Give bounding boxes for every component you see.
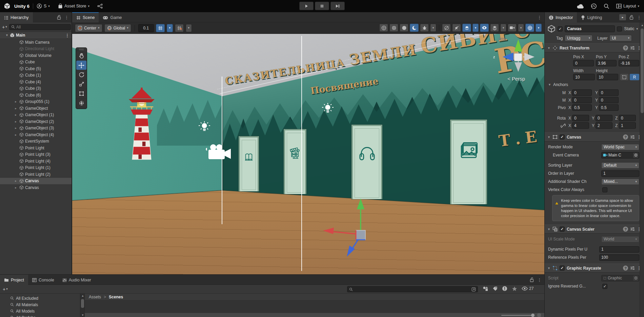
door-book[interactable] bbox=[239, 136, 259, 191]
hierarchy-item-cube-6[interactable]: Cube (6) bbox=[0, 92, 72, 99]
view-tool-button[interactable] bbox=[76, 51, 86, 60]
scene-camera-dropdown[interactable]: ▾ bbox=[518, 24, 524, 32]
static-dropdown-icon[interactable]: ▾ bbox=[636, 27, 638, 30]
grip-icon[interactable] bbox=[537, 313, 541, 317]
shading-wireframe-button[interactable] bbox=[379, 24, 388, 32]
scene-gizmos-button[interactable] bbox=[525, 24, 534, 32]
additional-shader-dropdown[interactable]: Mixed...▾ bbox=[601, 178, 639, 185]
component-enabled-checkbox[interactable]: ✓ bbox=[560, 227, 565, 232]
rotate-tool-button[interactable] bbox=[76, 70, 86, 79]
snap-increment-field[interactable]: 0.1 bbox=[138, 24, 154, 32]
scene-effects-button[interactable] bbox=[420, 24, 429, 32]
scene-2d-toggle[interactable] bbox=[442, 24, 451, 32]
presets-icon[interactable] bbox=[630, 135, 635, 139]
create-button[interactable]: +▾ bbox=[2, 24, 7, 30]
expand-arrow-icon[interactable]: ▸ bbox=[14, 126, 18, 130]
hierarchy-item-group055-1[interactable]: ▸Group055 (1) bbox=[0, 99, 72, 105]
object-picker-icon[interactable] bbox=[633, 153, 638, 158]
favorites-star-icon[interactable] bbox=[512, 286, 517, 291]
rotation-z-field[interactable]: 0 bbox=[619, 115, 636, 121]
constrain-proportions-icon[interactable] bbox=[545, 123, 566, 128]
rect-tool-button[interactable] bbox=[76, 89, 86, 98]
favorite-all-models[interactable]: All Models bbox=[0, 308, 80, 314]
pos-z-field[interactable]: -9.16 bbox=[619, 60, 639, 66]
tool-orientation-dropdown[interactable]: Global▾ bbox=[104, 24, 131, 32]
active-checkbox[interactable]: ✓ bbox=[558, 26, 563, 31]
gameobject-name-field[interactable]: Canvas bbox=[565, 25, 615, 32]
help-icon[interactable]: ? bbox=[623, 227, 628, 232]
scene-orientation-gizmo[interactable] bbox=[498, 37, 539, 77]
help-icon[interactable]: ? bbox=[623, 134, 628, 140]
scene-gizmos-dropdown[interactable]: ▾ bbox=[536, 24, 542, 32]
hierarchy-item-cube-4[interactable]: Cube (4) bbox=[0, 79, 72, 85]
scene-row-main[interactable]: ▼ Main ⋮ bbox=[0, 32, 72, 39]
tab-console[interactable]: Console bbox=[28, 275, 58, 285]
sorting-layer-dropdown[interactable]: Default▾ bbox=[601, 162, 639, 169]
expand-arrow-icon[interactable]: ▸ bbox=[14, 133, 18, 136]
visibility-count[interactable]: 27 bbox=[522, 286, 534, 291]
tab-list-arrow[interactable]: ▸ bbox=[619, 14, 626, 20]
pos-y-field[interactable]: 3.96 bbox=[596, 60, 617, 66]
hierarchy-item-gameobject-3[interactable]: ▸GameObject (3) bbox=[0, 125, 72, 132]
expand-arrow-icon[interactable]: ▸ bbox=[14, 120, 18, 123]
lighthouse-painting[interactable] bbox=[122, 87, 161, 160]
favorite-all-materials[interactable]: All Materials bbox=[0, 301, 80, 308]
search-icon[interactable] bbox=[604, 3, 609, 9]
point-light-gizmo[interactable] bbox=[198, 121, 210, 133]
palette-drag-handle[interactable] bbox=[76, 48, 87, 51]
tab-hierarchy[interactable]: Hierarchy bbox=[0, 12, 33, 22]
width-field[interactable]: 10 bbox=[573, 74, 595, 80]
account-menu[interactable]: S ▾ bbox=[37, 3, 50, 9]
tool-handle-dropdown[interactable]: Center▾ bbox=[75, 24, 102, 32]
panel-menu-icon[interactable]: ⋮ bbox=[537, 278, 542, 282]
canvas-scaler-header[interactable]: ▼ ✓ Canvas Scaler ? ⋮ bbox=[545, 225, 644, 234]
foldout-icon[interactable]: ▼ bbox=[547, 46, 550, 50]
tab-inspector[interactable]: Inspector bbox=[545, 12, 577, 22]
scene-visibility-toggle[interactable] bbox=[480, 24, 489, 32]
layer-dropdown[interactable]: UI▾ bbox=[609, 35, 632, 41]
hierarchy-item-gameobject-1[interactable]: ▸GameObject (1) bbox=[0, 112, 72, 119]
hierarchy-item-canvas[interactable]: ▸Canvas bbox=[0, 184, 72, 191]
hierarchy-search[interactable] bbox=[9, 24, 71, 30]
scale-z-field[interactable]: 1 bbox=[619, 122, 636, 129]
hierarchy-item-point-light-3[interactable]: Point Light (3) bbox=[0, 151, 72, 158]
transform-tool-button[interactable] bbox=[76, 99, 86, 108]
move-tool-button[interactable] bbox=[76, 61, 86, 70]
scale-x-field[interactable]: 4 bbox=[572, 122, 589, 129]
hierarchy-item-cube[interactable]: Cube bbox=[0, 59, 72, 66]
rect-transform-header[interactable]: ▼ Rect Transform ? ⋮ bbox=[545, 43, 644, 52]
pivot-y-field[interactable]: 0.5 bbox=[599, 104, 619, 111]
presets-icon[interactable] bbox=[630, 46, 635, 50]
project-search-input[interactable] bbox=[355, 287, 470, 292]
foldout-icon[interactable]: ▼ bbox=[547, 228, 550, 231]
project-search[interactable] bbox=[347, 286, 478, 292]
door-headphones[interactable] bbox=[351, 125, 382, 199]
help-icon[interactable]: ? bbox=[623, 266, 628, 271]
canvas-header[interactable]: ▼ ✓ Canvas ? ⋮ bbox=[545, 132, 644, 142]
point-light-gizmo[interactable] bbox=[322, 103, 334, 115]
play-button[interactable] bbox=[299, 2, 314, 10]
expand-arrow-icon[interactable]: ▸ bbox=[14, 107, 18, 110]
panel-menu-icon[interactable]: ⋮ bbox=[537, 15, 542, 20]
inspector-scrollbar[interactable]: ▲ bbox=[640, 22, 644, 317]
grid-snap-dropdown[interactable]: ▾ bbox=[167, 24, 173, 32]
presets-icon[interactable] bbox=[630, 227, 635, 231]
height-field[interactable]: 10 bbox=[597, 74, 619, 80]
unlock-icon[interactable] bbox=[530, 277, 534, 282]
tab-audio-mixer[interactable]: Audio Mixer bbox=[58, 275, 95, 285]
version-control-icon[interactable] bbox=[97, 3, 103, 9]
help-icon[interactable]: ? bbox=[623, 45, 628, 50]
pos-x-field[interactable]: 0 bbox=[573, 60, 594, 66]
grid-visibility-button[interactable] bbox=[175, 24, 184, 32]
project-scrollbar[interactable]: ▲ ▼ bbox=[80, 294, 85, 317]
camera-gizmo[interactable] bbox=[206, 143, 232, 163]
reference-pixels-field[interactable]: 100 bbox=[599, 254, 639, 261]
create-button[interactable]: +▾ bbox=[3, 287, 8, 292]
scene-effects-dropdown[interactable]: ▾ bbox=[430, 24, 436, 32]
ignore-reversed-checkbox[interactable]: ✓ bbox=[602, 284, 607, 289]
anchor-min-y-field[interactable]: 0 bbox=[599, 89, 619, 96]
move-tool-gizmo[interactable] bbox=[319, 192, 407, 263]
door-photos[interactable] bbox=[450, 120, 487, 204]
panel-menu-icon[interactable]: ⋮ bbox=[64, 15, 69, 20]
anchor-max-x-field[interactable]: 0 bbox=[572, 97, 592, 103]
